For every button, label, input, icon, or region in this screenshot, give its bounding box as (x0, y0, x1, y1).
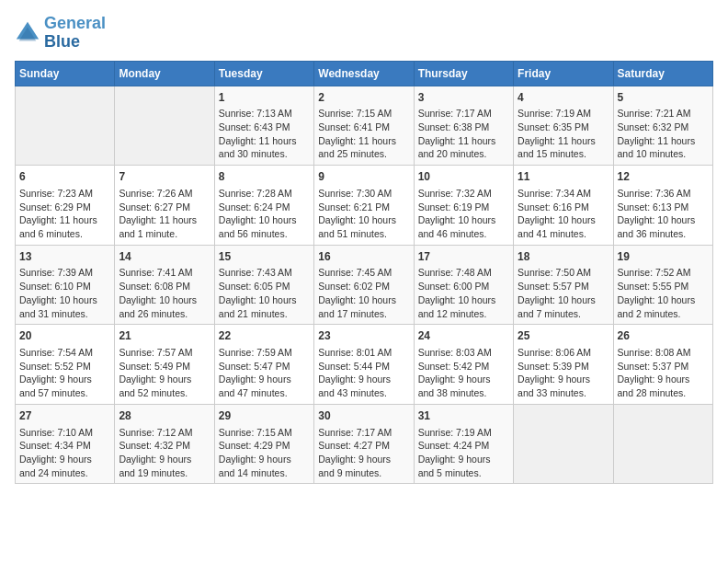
calendar-cell: 23Sunrise: 8:01 AM Sunset: 5:44 PM Dayli… (314, 325, 414, 405)
calendar-cell: 22Sunrise: 7:59 AM Sunset: 5:47 PM Dayli… (214, 325, 313, 405)
day-info: Sunrise: 7:26 AM Sunset: 6:27 PM Dayligh… (119, 187, 210, 241)
weekday-header: Thursday (414, 61, 513, 86)
calendar-cell: 24Sunrise: 8:03 AM Sunset: 5:42 PM Dayli… (414, 325, 513, 405)
calendar-cell: 20Sunrise: 7:54 AM Sunset: 5:52 PM Dayli… (16, 325, 115, 405)
day-info: Sunrise: 7:52 AM Sunset: 5:55 PM Dayligh… (618, 266, 709, 320)
day-info: Sunrise: 8:01 AM Sunset: 5:44 PM Dayligh… (318, 346, 409, 400)
day-number: 14 (119, 249, 210, 265)
calendar-cell: 13Sunrise: 7:39 AM Sunset: 6:10 PM Dayli… (16, 245, 115, 325)
day-number: 21 (119, 328, 210, 344)
day-number: 15 (219, 249, 310, 265)
day-info: Sunrise: 7:17 AM Sunset: 6:38 PM Dayligh… (418, 107, 509, 161)
day-number: 6 (19, 169, 110, 185)
day-info: Sunrise: 7:19 AM Sunset: 6:35 PM Dayligh… (518, 107, 609, 161)
day-number: 18 (518, 249, 609, 265)
weekday-header: Sunday (16, 61, 115, 86)
calendar-cell: 3Sunrise: 7:17 AM Sunset: 6:38 PM Daylig… (414, 86, 513, 166)
day-info: Sunrise: 8:03 AM Sunset: 5:42 PM Dayligh… (418, 346, 509, 400)
day-number: 10 (418, 169, 509, 185)
calendar-cell: 31Sunrise: 7:19 AM Sunset: 4:24 PM Dayli… (414, 404, 513, 484)
page-header: General Blue (15, 15, 713, 52)
day-info: Sunrise: 7:45 AM Sunset: 6:02 PM Dayligh… (318, 266, 409, 320)
day-number: 2 (318, 90, 409, 106)
calendar-cell: 18Sunrise: 7:50 AM Sunset: 5:57 PM Dayli… (514, 245, 613, 325)
day-info: Sunrise: 7:39 AM Sunset: 6:10 PM Dayligh… (19, 266, 110, 320)
day-info: Sunrise: 7:19 AM Sunset: 4:24 PM Dayligh… (418, 426, 509, 480)
calendar-cell: 21Sunrise: 7:57 AM Sunset: 5:49 PM Dayli… (115, 325, 214, 405)
day-number: 19 (618, 249, 709, 265)
day-info: Sunrise: 7:43 AM Sunset: 6:05 PM Dayligh… (219, 266, 310, 320)
calendar-cell: 4Sunrise: 7:19 AM Sunset: 6:35 PM Daylig… (514, 86, 613, 166)
calendar-cell: 14Sunrise: 7:41 AM Sunset: 6:08 PM Dayli… (115, 245, 214, 325)
calendar-cell: 17Sunrise: 7:48 AM Sunset: 6:00 PM Dayli… (414, 245, 513, 325)
calendar-cell: 2Sunrise: 7:15 AM Sunset: 6:41 PM Daylig… (314, 86, 414, 166)
day-info: Sunrise: 7:23 AM Sunset: 6:29 PM Dayligh… (19, 187, 110, 241)
day-number: 26 (618, 328, 709, 344)
day-info: Sunrise: 7:36 AM Sunset: 6:13 PM Dayligh… (618, 187, 709, 241)
weekday-header: Tuesday (214, 61, 313, 86)
day-number: 28 (119, 408, 210, 424)
day-info: Sunrise: 7:48 AM Sunset: 6:00 PM Dayligh… (418, 266, 509, 320)
day-number: 9 (318, 169, 409, 185)
logo: General Blue (15, 15, 106, 52)
day-number: 22 (219, 328, 310, 344)
day-info: Sunrise: 7:17 AM Sunset: 4:27 PM Dayligh… (318, 426, 409, 480)
day-number: 11 (518, 169, 609, 185)
calendar-cell: 25Sunrise: 8:06 AM Sunset: 5:39 PM Dayli… (514, 325, 613, 405)
day-info: Sunrise: 7:59 AM Sunset: 5:47 PM Dayligh… (219, 346, 310, 400)
calendar-cell: 7Sunrise: 7:26 AM Sunset: 6:27 PM Daylig… (115, 166, 214, 246)
day-info: Sunrise: 7:54 AM Sunset: 5:52 PM Dayligh… (19, 346, 110, 400)
day-number: 17 (418, 249, 509, 265)
day-info: Sunrise: 7:30 AM Sunset: 6:21 PM Dayligh… (318, 187, 409, 241)
day-info: Sunrise: 8:08 AM Sunset: 5:37 PM Dayligh… (618, 346, 709, 400)
day-number: 20 (19, 328, 110, 344)
day-info: Sunrise: 7:57 AM Sunset: 5:49 PM Dayligh… (119, 346, 210, 400)
day-number: 3 (418, 90, 509, 106)
calendar-cell (514, 404, 613, 484)
day-number: 30 (318, 408, 409, 424)
calendar-week-row: 20Sunrise: 7:54 AM Sunset: 5:52 PM Dayli… (16, 325, 713, 405)
day-info: Sunrise: 7:50 AM Sunset: 5:57 PM Dayligh… (518, 266, 609, 320)
day-number: 7 (119, 169, 210, 185)
day-number: 29 (219, 408, 310, 424)
calendar-cell: 5Sunrise: 7:21 AM Sunset: 6:32 PM Daylig… (613, 86, 712, 166)
day-info: Sunrise: 7:15 AM Sunset: 4:29 PM Dayligh… (219, 426, 310, 480)
day-number: 23 (318, 328, 409, 344)
day-info: Sunrise: 7:21 AM Sunset: 6:32 PM Dayligh… (618, 107, 709, 161)
day-number: 1 (219, 90, 310, 106)
day-number: 27 (19, 408, 110, 424)
calendar-week-row: 27Sunrise: 7:10 AM Sunset: 4:34 PM Dayli… (16, 404, 713, 484)
day-number: 31 (418, 408, 509, 424)
calendar-cell: 26Sunrise: 8:08 AM Sunset: 5:37 PM Dayli… (613, 325, 712, 405)
calendar-cell: 27Sunrise: 7:10 AM Sunset: 4:34 PM Dayli… (16, 404, 115, 484)
calendar-cell: 28Sunrise: 7:12 AM Sunset: 4:32 PM Dayli… (115, 404, 214, 484)
calendar-cell (115, 86, 214, 166)
day-number: 12 (618, 169, 709, 185)
calendar-cell: 16Sunrise: 7:45 AM Sunset: 6:02 PM Dayli… (314, 245, 414, 325)
logo-icon (15, 20, 40, 46)
day-number: 13 (19, 249, 110, 265)
calendar-table: SundayMondayTuesdayWednesdayThursdayFrid… (15, 61, 713, 485)
calendar-cell: 30Sunrise: 7:17 AM Sunset: 4:27 PM Dayli… (314, 404, 414, 484)
calendar-cell: 8Sunrise: 7:28 AM Sunset: 6:24 PM Daylig… (214, 166, 313, 246)
calendar-header: SundayMondayTuesdayWednesdayThursdayFrid… (16, 61, 713, 86)
day-info: Sunrise: 7:32 AM Sunset: 6:19 PM Dayligh… (418, 187, 509, 241)
day-info: Sunrise: 8:06 AM Sunset: 5:39 PM Dayligh… (518, 346, 609, 400)
calendar-week-row: 13Sunrise: 7:39 AM Sunset: 6:10 PM Dayli… (16, 245, 713, 325)
day-info: Sunrise: 7:15 AM Sunset: 6:41 PM Dayligh… (318, 107, 409, 161)
calendar-cell: 11Sunrise: 7:34 AM Sunset: 6:16 PM Dayli… (514, 166, 613, 246)
weekday-header: Friday (514, 61, 613, 86)
day-number: 25 (518, 328, 609, 344)
day-number: 8 (219, 169, 310, 185)
calendar-cell: 12Sunrise: 7:36 AM Sunset: 6:13 PM Dayli… (613, 166, 712, 246)
calendar-cell: 15Sunrise: 7:43 AM Sunset: 6:05 PM Dayli… (214, 245, 313, 325)
calendar-cell (613, 404, 712, 484)
calendar-cell (16, 86, 115, 166)
calendar-cell: 1Sunrise: 7:13 AM Sunset: 6:43 PM Daylig… (214, 86, 313, 166)
day-info: Sunrise: 7:34 AM Sunset: 6:16 PM Dayligh… (518, 187, 609, 241)
calendar-week-row: 6Sunrise: 7:23 AM Sunset: 6:29 PM Daylig… (16, 166, 713, 246)
weekday-header: Saturday (613, 61, 712, 86)
calendar-cell: 6Sunrise: 7:23 AM Sunset: 6:29 PM Daylig… (16, 166, 115, 246)
day-info: Sunrise: 7:10 AM Sunset: 4:34 PM Dayligh… (19, 426, 110, 480)
logo-text: General Blue (44, 15, 106, 52)
